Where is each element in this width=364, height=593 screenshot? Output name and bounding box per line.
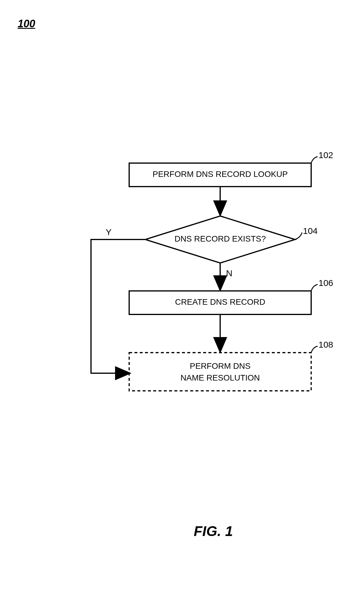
node-106-label: CREATE DNS RECORD xyxy=(175,297,265,306)
ref-leader-104 xyxy=(295,232,302,239)
node-dns-record-exists: DNS RECORD EXISTS? 104 xyxy=(145,216,318,263)
node-108-label-line1: PERFORM DNS xyxy=(190,361,251,371)
ref-102: 102 xyxy=(318,150,333,160)
node-102-label: PERFORM DNS RECORD LOOKUP xyxy=(153,170,288,179)
figure-caption: FIG. 1 xyxy=(194,523,233,539)
node-perform-dns-lookup: PERFORM DNS RECORD LOOKUP 102 xyxy=(129,150,333,187)
flowchart: PERFORM DNS RECORD LOOKUP 102 DNS RECORD… xyxy=(0,0,364,593)
branch-yes: Y xyxy=(106,227,112,237)
ref-leader-106 xyxy=(311,284,318,291)
ref-leader-108 xyxy=(311,346,318,353)
svg-rect-4 xyxy=(129,353,311,391)
branch-no: N xyxy=(226,268,232,278)
ref-leader-102 xyxy=(311,157,318,163)
ref-108: 108 xyxy=(318,340,333,349)
ref-106: 106 xyxy=(318,278,333,288)
node-perform-dns-name-resolution: PERFORM DNS NAME RESOLUTION 108 xyxy=(129,340,333,391)
node-104-label: DNS RECORD EXISTS? xyxy=(174,234,266,243)
ref-104: 104 xyxy=(303,226,318,236)
node-create-dns-record: CREATE DNS RECORD 106 xyxy=(129,278,333,314)
node-108-label-line2: NAME RESOLUTION xyxy=(181,373,260,382)
